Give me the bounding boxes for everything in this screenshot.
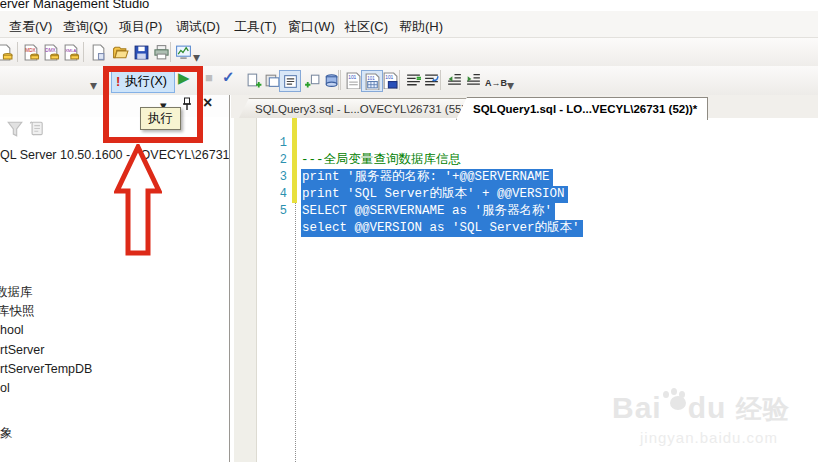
comment-lines-icon[interactable] [403, 70, 423, 90]
increase-indent-icon[interactable] [463, 70, 483, 90]
toolbar-separator [83, 42, 84, 62]
margin-guide-line [295, 203, 296, 462]
standard-toolbar: MDX DMX XMLA ▾ [0, 38, 818, 66]
watermark-brand-cn: 经验 [736, 394, 790, 424]
code-line-selected: SELECT @@SERVERNAME as '服务器名称' [301, 203, 555, 220]
tree-item-school-db[interactable]: hool [0, 323, 24, 337]
mdx-label: MDX [25, 47, 36, 52]
filter-icon[interactable] [6, 120, 24, 142]
bits-label: 101 [385, 75, 393, 80]
decrease-indent-icon[interactable] [444, 70, 464, 90]
tree-item-database-snapshots[interactable]: 库快照 [0, 303, 35, 320]
new-mdx-query-icon[interactable]: MDX [21, 42, 41, 62]
new-query-icon[interactable] [0, 42, 14, 62]
toolbar-overflow-icon[interactable]: ▾ [193, 46, 200, 68]
intellisense-icon[interactable] [244, 70, 264, 90]
menu-help[interactable]: 帮助(H) [396, 16, 446, 38]
close-icon[interactable]: × [203, 95, 212, 110]
new-document-icon[interactable] [88, 42, 108, 62]
window-title: Server Management Studio [0, 0, 149, 11]
template-parameters-icon[interactable]: A→B [485, 72, 507, 94]
menu-bar: 查看(V) 查询(Q) 项目(P) 调试(D) 工具(T) 窗口(W) 社区(C… [0, 11, 818, 38]
menu-window[interactable]: 窗口(W) [285, 16, 338, 38]
toolbar-separator [17, 42, 18, 62]
tree-item-reportserver-db[interactable]: rtServer [0, 343, 44, 357]
print-icon[interactable] [151, 42, 171, 62]
tree-item-db[interactable]: ol [0, 381, 10, 395]
toolbar-separator [340, 70, 341, 90]
tab-label: SQLQuery1.sql - LO...VECYL\26731 (52))* [473, 103, 697, 115]
line-number: 5 [261, 203, 287, 220]
tab-label: SQLQuery3.sql - L...OVECYL\26731 (55)) [255, 103, 469, 115]
tab-sqlquery3[interactable]: SQLQuery3.sql - L...OVECYL\26731 (55)) [238, 98, 480, 120]
execute-tooltip: 执行 [140, 107, 181, 130]
document-tabstrip: SQLQuery3.sql - L...OVECYL\26731 (55)) S… [231, 95, 818, 119]
menu-view[interactable]: 查看(V) [6, 16, 55, 38]
pin-icon[interactable] [181, 97, 193, 114]
execute-button[interactable]: ! 执行(X) [111, 69, 175, 93]
window-titlebar: Server Management Studio [0, 0, 818, 11]
toolbar-separator [440, 70, 441, 90]
execute-label: 执行(X) [125, 73, 167, 90]
activity-monitor-icon[interactable] [173, 42, 193, 62]
database-combo-caret-icon[interactable]: ▾ [90, 74, 97, 96]
script-icon[interactable] [27, 120, 45, 142]
watermark-brand-text2: du [688, 391, 727, 424]
new-xmla-query-icon[interactable]: XMLA [61, 42, 81, 62]
menu-tools[interactable]: 工具(T) [231, 16, 280, 38]
menu-query[interactable]: 查询(Q) [60, 16, 111, 38]
toolbar-separator [338, 70, 339, 90]
stop-icon: ■ [205, 70, 213, 85]
toolbar-overflow-icon[interactable]: ▾ [507, 74, 514, 96]
query-options-icon[interactable] [279, 70, 301, 92]
bits-label: 101 [348, 75, 356, 80]
bits-label: 101 [367, 75, 375, 80]
paw-icon [662, 388, 688, 412]
toolbar-separator [399, 70, 400, 90]
object-explorer-header: ▾ × [0, 95, 230, 117]
tab-sqlquery1[interactable]: SQLQuery1.sql - LO...VECYL\26731 (52))* [456, 97, 708, 120]
dmx-label: DMX [45, 47, 56, 52]
baidu-watermark: Baidu 经验 jingyan.baidu.com [612, 388, 812, 446]
code-line-selected: select @@VERSION as 'SQL Server的版本' [301, 220, 583, 237]
open-file-icon[interactable] [110, 42, 130, 62]
database-copy-icon[interactable] [320, 70, 340, 90]
xmla-label: XMLA [65, 47, 76, 52]
execute-exclaim-icon: ! [116, 74, 120, 89]
watermark-brand-text: Bai [612, 391, 662, 424]
new-dmx-query-icon[interactable]: DMX [41, 42, 61, 62]
server-tree-root[interactable]: QL Server 10.50.1600 - LOVECYL\26731) [0, 148, 234, 162]
save-icon[interactable] [131, 42, 151, 62]
watermark-url: jingyan.baidu.com [640, 429, 812, 446]
uncomment-lines-icon[interactable] [421, 70, 441, 90]
tree-item-reportservertempdb[interactable]: rtServerTempDB [0, 362, 92, 376]
results-to-file-icon[interactable]: 101 [380, 70, 400, 90]
debug-play-icon[interactable]: ▶ [178, 69, 190, 87]
results-to-text-icon[interactable]: 101 [343, 70, 363, 90]
menu-project[interactable]: 项目(P) [116, 16, 165, 38]
menu-debug[interactable]: 调试(D) [173, 16, 223, 38]
menu-community[interactable]: 社区(C) [341, 16, 391, 38]
parse-check-icon[interactable]: ✓ [222, 68, 235, 86]
toolbar-separator [170, 42, 171, 62]
object-explorer-toolbar [0, 117, 230, 143]
watermark-brand: Baidu 经验 [612, 388, 812, 427]
tree-item-databases[interactable]: 数据库 [0, 284, 33, 301]
analyze-query-icon[interactable] [302, 70, 322, 90]
object-explorer-panel: ▾ × QL Server 10.50.1600 - LOVECYL\26731… [0, 95, 230, 462]
tree-item-server-objects[interactable]: 象 [0, 425, 13, 442]
